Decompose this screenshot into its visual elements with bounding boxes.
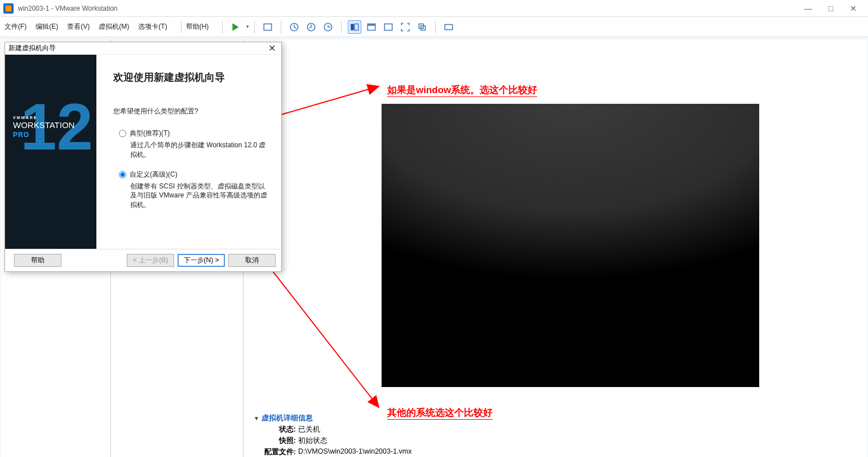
brand-small: VMWARE (13, 116, 38, 120)
wizard-heading: 欢迎使用新建虚拟机向导 (113, 71, 270, 84)
view-mode2-button[interactable] (365, 20, 378, 34)
wizard-body: 欢迎使用新建虚拟机向导 您希望使用什么类型的配置? 典型(推荐)(T) 通过几个… (96, 55, 281, 249)
detail-snapshot-value: 初始状态 (298, 436, 327, 446)
window-titlebar: win2003-1 - VMware Workstation ― □ ✕ (0, 0, 868, 17)
radio-custom-desc: 创建带有 SCSI 控制器类型、虚拟磁盘类型以及与旧版 VMware 产品兼容性… (130, 182, 270, 210)
annotation-top: 如果是window系统。选这个比较好 (387, 84, 537, 97)
unity-button[interactable] (415, 20, 429, 34)
vm-details: ▼ 虚拟机详细信息 状态: 已关机 快照: 初始状态 配置文件: D:\VMOS… (254, 413, 411, 457)
wizard-sidebar-image: 12 VMWARE WORKSTATION PRO (5, 55, 96, 249)
window-title: win2003-1 - VMware Workstation (18, 5, 118, 12)
collapse-icon[interactable]: ▼ (254, 415, 259, 421)
app-icon (3, 3, 14, 14)
next-button[interactable]: 下一步(N) > (178, 254, 225, 267)
snapshot-button[interactable] (261, 20, 274, 34)
brand-big: WORKSTATION (13, 120, 74, 130)
divider (254, 21, 255, 33)
detail-state-value: 已关机 (298, 425, 320, 434)
fullscreen-button[interactable] (398, 20, 412, 34)
maximize-button[interactable]: □ (820, 2, 842, 15)
menu-file[interactable]: 文件(F) (5, 22, 26, 32)
vm-details-title: 虚拟机详细信息 (262, 413, 313, 423)
divider (281, 21, 281, 33)
menubar: 文件(F) 编辑(E) 查看(V) 虚拟机(M) 选项卡(T) 帮助(H) ▼ (0, 17, 868, 37)
divider (181, 21, 181, 33)
detail-state-label: 状态: (254, 425, 296, 434)
help-button[interactable]: 帮助 (14, 254, 61, 267)
view-mode1-button[interactable] (348, 20, 361, 34)
wizard-title: 新建虚拟机向导 (8, 43, 56, 53)
menu-vm[interactable]: 虚拟机(M) (99, 22, 129, 32)
wizard-question: 您希望使用什么类型的配置? (113, 107, 270, 116)
wizard-titlebar[interactable]: 新建虚拟机向导 ✕ (5, 42, 281, 55)
new-vm-wizard-dialog: 新建虚拟机向导 ✕ 12 VMWARE WORKSTATION PRO 欢迎使用… (5, 42, 282, 272)
detail-snapshot-label: 快照: (254, 436, 296, 446)
library-button[interactable] (442, 20, 455, 34)
play-dropdown[interactable]: ▼ (245, 24, 250, 29)
menu-view[interactable]: 查看(V) (67, 22, 90, 32)
svg-rect-4 (351, 24, 355, 30)
play-button[interactable] (229, 20, 242, 34)
cancel-button[interactable]: 取消 (228, 254, 276, 267)
svg-rect-8 (385, 24, 393, 30)
radio-option-custom[interactable]: 自定义(高级)(C) 创建带有 SCSI 控制器类型、虚拟磁盘类型以及与旧版 V… (119, 170, 270, 210)
vm-details-header[interactable]: ▼ 虚拟机详细信息 (254, 413, 411, 423)
radio-custom-label: 自定义(高级)(C) (130, 170, 178, 179)
menu-help[interactable]: 帮助(H) (186, 22, 209, 32)
minimize-button[interactable]: ― (797, 2, 820, 15)
svg-rect-7 (368, 24, 376, 25)
radio-typical-label: 典型(推荐)(T) (130, 129, 170, 138)
wizard-close-button[interactable]: ✕ (266, 43, 278, 54)
svg-rect-5 (355, 24, 358, 30)
radio-option-typical[interactable]: 典型(推荐)(T) 通过几个简单的步骤创建 Workstation 12.0 虚… (119, 129, 270, 160)
wizard-footer: 帮助 < 上一步(B) 下一步(N) > 取消 (5, 249, 281, 271)
back-button[interactable]: < 上一步(B) (127, 254, 174, 267)
menu-edit[interactable]: 编辑(E) (36, 22, 58, 32)
radio-typical-desc: 通过几个简单的步骤创建 Workstation 12.0 虚拟机。 (130, 140, 270, 160)
brand-pro: PRO (13, 131, 29, 139)
clock3-icon[interactable] (321, 20, 335, 34)
main-pane: 如果是window系统。选这个比较好 其他的系统选这个比较好 ▼ 虚拟机详细信息 (243, 39, 867, 457)
view-mode3-button[interactable] (382, 20, 395, 34)
clock1-icon[interactable] (287, 20, 301, 34)
clock2-icon[interactable] (304, 20, 318, 34)
close-button[interactable]: ✕ (842, 2, 865, 15)
detail-config-value: D:\VMOS\win2003-1\win2003-1.vmx (298, 447, 411, 457)
detail-config-label: 配置文件: (254, 447, 296, 457)
divider (341, 21, 342, 33)
divider (222, 21, 223, 33)
vm-preview (382, 104, 759, 387)
divider (435, 21, 436, 33)
svg-rect-11 (445, 24, 453, 29)
radio-typical[interactable] (119, 130, 126, 137)
svg-rect-0 (264, 24, 272, 30)
menu-tabs[interactable]: 选项卡(T) (138, 22, 167, 32)
radio-custom[interactable] (119, 171, 126, 178)
